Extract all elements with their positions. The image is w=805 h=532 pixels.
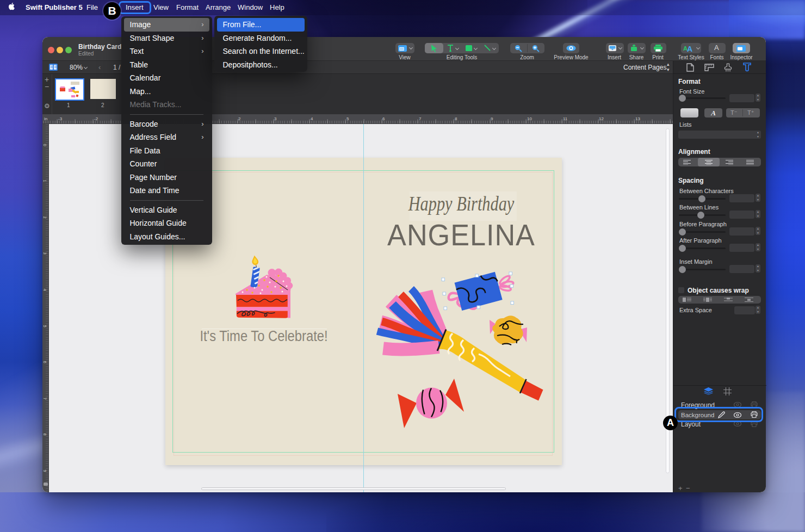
svg-text:A: A <box>687 45 692 52</box>
